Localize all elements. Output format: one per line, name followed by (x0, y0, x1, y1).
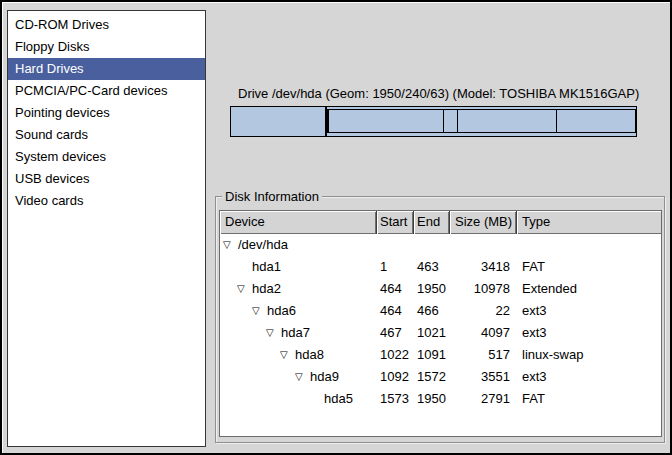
start-cell: 1573 (377, 388, 414, 410)
partition-table: DeviceStartEndSize (MB)Type ▽/dev/hdahda… (219, 210, 662, 437)
hardware-browser-window: CD-ROM DrivesFloppy DisksHard DrivesPCMC… (0, 0, 672, 455)
disk-information-label: Disk Information (222, 189, 322, 204)
table-row-hda8[interactable]: ▽hda810221091517linux-swap (220, 344, 661, 366)
partition-table-body: ▽/dev/hdahda114633418FAT▽hda246419501097… (220, 234, 661, 410)
sidebar-item-pointing-devices[interactable]: Pointing devices (8, 102, 205, 124)
device-cell: hda1 (220, 256, 377, 278)
size-cell: 22 (450, 300, 517, 322)
bar-segment-hda7 (329, 110, 443, 132)
end-cell: 1572 (414, 366, 450, 388)
disk-information-frame: Disk Information DeviceStartEndSize (MB)… (215, 196, 665, 443)
start-cell: 1 (377, 256, 414, 278)
size-cell: 4097 (450, 322, 517, 344)
table-row-hda6[interactable]: ▽hda646446622ext3 (220, 300, 661, 322)
size-cell (450, 234, 517, 256)
sidebar-item-floppy-disks[interactable]: Floppy Disks (8, 36, 205, 58)
end-cell: 466 (414, 300, 450, 322)
device-cell: ▽/dev/hda (220, 234, 377, 256)
start-cell: 1092 (377, 366, 414, 388)
table-row-hda7[interactable]: ▽hda746710214097ext3 (220, 322, 661, 344)
end-cell (414, 234, 450, 256)
device-category-list: CD-ROM DrivesFloppy DisksHard DrivesPCMC… (7, 10, 206, 447)
start-cell: 464 (377, 300, 414, 322)
bar-segment-hda5 (557, 110, 635, 132)
column-header-type[interactable]: Type (517, 211, 661, 234)
device-cell: hda5 (220, 388, 377, 410)
expander-open-icon[interactable]: ▽ (237, 278, 252, 300)
type-cell: ext3 (517, 322, 661, 344)
column-header-device[interactable]: Device (220, 211, 377, 234)
expander-open-icon[interactable]: ▽ (252, 300, 267, 322)
start-cell: 464 (377, 278, 414, 300)
column-header-end[interactable]: End (414, 211, 450, 234)
expander-open-icon[interactable]: ▽ (266, 322, 281, 344)
size-cell: 517 (450, 344, 517, 366)
size-cell: 3551 (450, 366, 517, 388)
end-cell: 1091 (414, 344, 450, 366)
sidebar-item-sound-cards[interactable]: Sound cards (8, 124, 205, 146)
column-header-start[interactable]: Start (377, 211, 414, 234)
sidebar-item-hard-drives[interactable]: Hard Drives (8, 58, 205, 80)
type-cell: FAT (517, 388, 661, 410)
device-cell: ▽hda6 (220, 300, 377, 322)
expander-open-icon[interactable]: ▽ (223, 234, 238, 256)
partition-table-header: DeviceStartEndSize (MB)Type (220, 211, 661, 234)
size-cell: 10978 (450, 278, 517, 300)
start-cell (377, 234, 414, 256)
bar-segment-hda2-extended (327, 109, 636, 133)
table-row-dev-hda[interactable]: ▽/dev/hda (220, 234, 661, 256)
start-cell: 467 (377, 322, 414, 344)
table-row-hda1[interactable]: hda114633418FAT (220, 256, 661, 278)
end-cell: 1950 (414, 278, 450, 300)
sidebar-item-system-devices[interactable]: System devices (8, 146, 205, 168)
start-cell: 1022 (377, 344, 414, 366)
bar-segment-hda1 (231, 107, 327, 136)
device-cell: ▽hda7 (220, 322, 377, 344)
table-row-hda2[interactable]: ▽hda2464195010978Extended (220, 278, 661, 300)
type-cell: ext3 (517, 300, 661, 322)
column-header-size-mb[interactable]: Size (MB) (450, 211, 517, 234)
type-cell: ext3 (517, 366, 661, 388)
sidebar-item-pcmcia-pc-card-devices[interactable]: PCMCIA/PC-Card devices (8, 80, 205, 102)
drive-partition-bar (230, 106, 637, 137)
type-cell: FAT (517, 256, 661, 278)
expander-open-icon[interactable]: ▽ (295, 366, 310, 388)
type-cell: Extended (517, 278, 661, 300)
table-row-hda9[interactable]: ▽hda9109215723551ext3 (220, 366, 661, 388)
expander-open-icon[interactable]: ▽ (280, 344, 295, 366)
end-cell: 1950 (414, 388, 450, 410)
sidebar-item-video-cards[interactable]: Video cards (8, 190, 205, 212)
table-row-hda5[interactable]: hda5157319502791FAT (220, 388, 661, 410)
device-cell: ▽hda2 (220, 278, 377, 300)
device-cell: ▽hda8 (220, 344, 377, 366)
sidebar-item-cd-rom-drives[interactable]: CD-ROM Drives (8, 14, 205, 36)
bar-segment-hda9 (458, 110, 557, 132)
device-cell: ▽hda9 (220, 366, 377, 388)
type-cell: linux-swap (517, 344, 661, 366)
drive-title: Drive /dev/hda (Geom: 1950/240/63) (Mode… (238, 86, 639, 101)
size-cell: 3418 (450, 256, 517, 278)
bar-segment-hda8 (444, 110, 458, 132)
end-cell: 463 (414, 256, 450, 278)
sidebar-item-usb-devices[interactable]: USB devices (8, 168, 205, 190)
size-cell: 2791 (450, 388, 517, 410)
type-cell (517, 234, 661, 256)
end-cell: 1021 (414, 322, 450, 344)
